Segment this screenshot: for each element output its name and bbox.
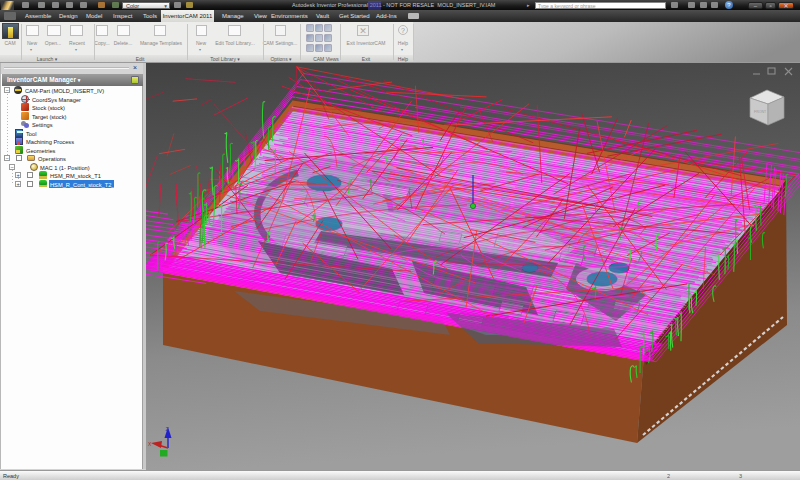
svg-text:Z: Z	[166, 426, 169, 432]
svg-text:FRONT: FRONT	[754, 110, 767, 114]
